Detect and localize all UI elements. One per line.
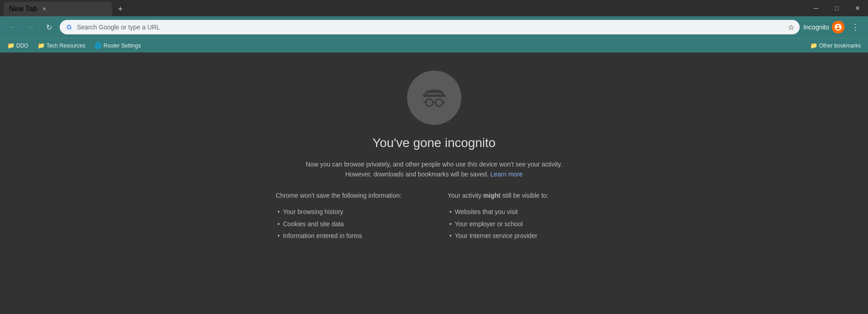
svg-line-4: [423, 102, 426, 103]
globe-icon: 🌐: [95, 42, 102, 49]
might-visible-prefix: Your activity: [448, 192, 484, 199]
profile-label: Incognito: [803, 24, 829, 31]
address-bar[interactable]: G Search Google or type a URL ☆: [60, 20, 800, 34]
folder-icon: 📁: [810, 42, 817, 49]
list-item: Cookies and site data: [276, 218, 421, 230]
incognito-icon-wrapper: [407, 71, 461, 125]
active-tab[interactable]: New Tab ✕: [4, 2, 112, 16]
svg-line-5: [442, 102, 445, 103]
folder-icon: 📁: [7, 42, 14, 49]
other-bookmarks-button[interactable]: 📁 Other bookmarks: [806, 40, 864, 51]
bookmark-star-icon[interactable]: ☆: [788, 23, 794, 32]
learn-more-link[interactable]: Learn more: [490, 171, 523, 178]
minimize-button[interactable]: ─: [806, 0, 826, 16]
wont-save-list: Your browsing history Cookies and site d…: [276, 206, 421, 242]
profile-button[interactable]: Incognito: [803, 21, 844, 33]
bookmarks-bar: 📁 DDO 📁 Tech Resources 🌐 Router Settings…: [0, 38, 868, 52]
refresh-button[interactable]: ↻: [42, 20, 56, 34]
wont-save-title: Chrome won't save the following informat…: [276, 190, 421, 200]
svg-point-1: [426, 99, 433, 106]
toolbar: ← → ↻ G Search Google or type a URL ☆ In…: [0, 16, 868, 38]
svg-point-2: [435, 99, 442, 106]
page-content: You've gone incognito Now you can browse…: [0, 52, 868, 314]
forward-button[interactable]: →: [24, 20, 38, 34]
close-button[interactable]: ✕: [847, 0, 868, 16]
list-item: Information entered in forms: [276, 230, 421, 242]
incognito-icon: [418, 81, 451, 114]
might-visible-column: Your activity might still be visible to:…: [448, 190, 593, 242]
incognito-desc-text: Now you can browse privately, and other …: [306, 161, 562, 178]
incognito-description: Now you can browse privately, and other …: [299, 159, 570, 180]
folder-icon: 📁: [38, 42, 45, 49]
other-bookmarks-label: Other bookmarks: [819, 43, 861, 49]
tab-title: New Tab: [9, 5, 37, 13]
bookmark-item-router-settings[interactable]: 🌐 Router Settings: [91, 40, 145, 51]
bookmark-item-tech-resources[interactable]: 📁 Tech Resources: [34, 40, 89, 51]
might-visible-title: Your activity might still be visible to:: [448, 190, 593, 200]
tab-close-button[interactable]: ✕: [41, 5, 48, 13]
info-columns: Chrome won't save the following informat…: [276, 190, 593, 242]
wont-save-column: Chrome won't save the following informat…: [276, 190, 421, 242]
list-item: Websites that you visit: [448, 206, 593, 218]
window-controls: ─ □ ✕: [806, 0, 868, 16]
might-bold-text: might: [483, 192, 500, 199]
address-input[interactable]: Search Google or type a URL: [77, 24, 784, 31]
might-visible-list: Websites that you visit Your employer or…: [448, 206, 593, 242]
title-bar: New Tab ✕ + ─ □ ✕: [0, 0, 868, 16]
bookmark-label: Router Settings: [104, 43, 141, 49]
svg-rect-0: [422, 95, 445, 97]
list-item: Your browsing history: [276, 206, 421, 218]
incognito-title: You've gone incognito: [372, 136, 495, 150]
maximize-button[interactable]: □: [826, 0, 847, 16]
profile-area: Incognito ⋮: [803, 20, 863, 34]
list-item: Your Internet service provider: [448, 230, 593, 242]
bookmark-label: Tech Resources: [47, 43, 85, 49]
new-tab-button[interactable]: +: [114, 3, 127, 15]
profile-avatar: [832, 21, 844, 33]
chrome-menu-button[interactable]: ⋮: [848, 20, 863, 34]
bookmark-item-ddo[interactable]: 📁 DDO: [4, 40, 32, 51]
google-logo-icon: G: [65, 23, 73, 31]
list-item: Your employer or school: [448, 218, 593, 230]
back-button[interactable]: ←: [5, 20, 20, 34]
bookmark-label: DDO: [16, 43, 28, 49]
might-visible-suffix: still be visible to:: [500, 192, 548, 199]
